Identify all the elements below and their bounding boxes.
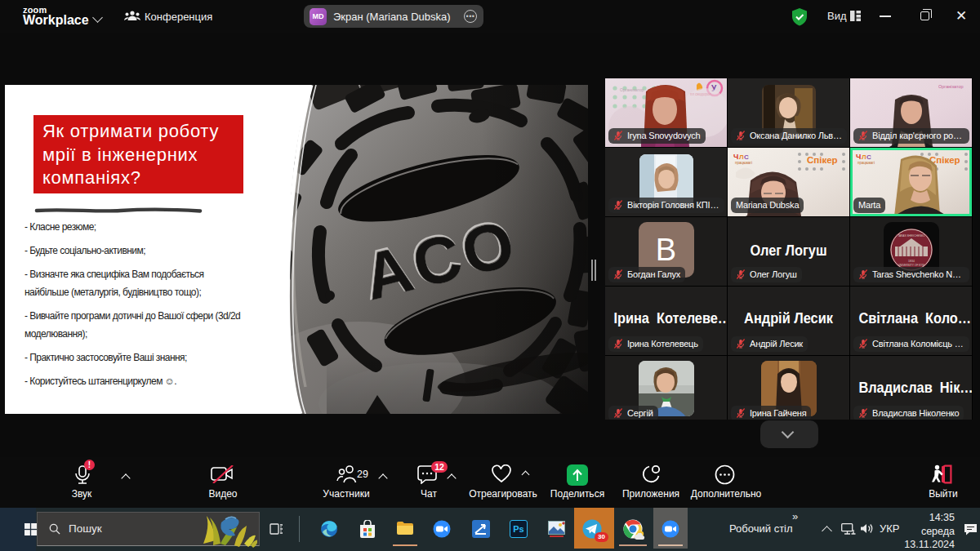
svg-text:працювагі: працювагі: [735, 161, 752, 165]
svg-text:Організатор: Організатор: [938, 84, 964, 89]
svg-text:TARAS SHEVCHENKO: TARAS SHEVCHENKO: [898, 234, 925, 238]
svg-text:Ч: Ч: [856, 153, 861, 161]
svg-text:Ч: Ч: [733, 153, 738, 161]
svg-text:1834: 1834: [908, 260, 915, 263]
svg-text:С: С: [744, 153, 749, 161]
svg-text:Спікер: Спікер: [807, 155, 838, 165]
svg-text:Организатор: Организатор: [620, 87, 644, 92]
svg-text:С: С: [866, 153, 871, 161]
svg-text:працювагі: працювагі: [858, 161, 875, 165]
